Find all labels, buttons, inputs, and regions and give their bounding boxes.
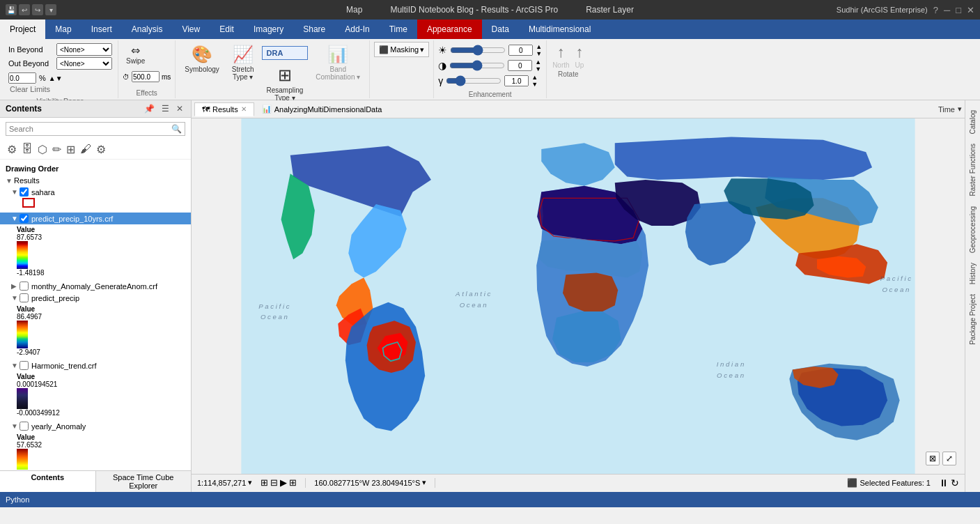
- harmonic-checkbox[interactable]: [20, 361, 29, 370]
- nav-btn-3[interactable]: ▶: [280, 477, 287, 488]
- monthy-anomaly-expand-icon[interactable]: ▶: [11, 282, 20, 290]
- gamma-input[interactable]: [504, 75, 529, 86]
- contents-tab-contents[interactable]: Contents: [0, 471, 96, 492]
- predict-precip-checkbox[interactable]: [20, 293, 29, 302]
- tab-addin[interactable]: Add-In: [335, 20, 379, 39]
- contrast-input[interactable]: [508, 60, 532, 71]
- results-group: ▼ Results ▼ sahara ▼ predict_precip_10yr…: [0, 175, 191, 470]
- tab-edit[interactable]: Edit: [210, 20, 244, 39]
- out-beyond-select[interactable]: <None>: [56, 57, 112, 70]
- monthy-anomaly-item[interactable]: ▶ monthy_Anomaly_GenerateAnom.crf: [0, 280, 191, 292]
- tab-map[interactable]: Map: [45, 20, 81, 39]
- tab-data[interactable]: Data: [482, 20, 519, 39]
- nav-btn-1[interactable]: ⊞: [260, 477, 268, 488]
- sahara-layer-item[interactable]: ▼ sahara: [0, 186, 191, 198]
- predict-precip-10yrs-item[interactable]: ▼ predict_precip_10yrs.crf: [0, 213, 191, 224]
- nav-btn-4[interactable]: ⊞: [289, 477, 297, 488]
- close-btn[interactable]: ✕: [967, 5, 974, 15]
- database-tool-btn[interactable]: 🗄: [20, 141, 34, 157]
- yearly-anomaly-expand-icon[interactable]: ▼: [11, 422, 20, 430]
- toolbar-icon-4[interactable]: ▾: [45, 4, 56, 15]
- brightness-slider[interactable]: [450, 47, 506, 53]
- predict-10yrs-checkbox[interactable]: [20, 214, 29, 223]
- help-btn[interactable]: ?: [933, 5, 938, 15]
- percent-input[interactable]: [8, 72, 36, 84]
- monthy-anomaly-checkbox[interactable]: [20, 282, 29, 291]
- paint-tool-btn[interactable]: 🖌: [79, 141, 93, 157]
- contents-tab-spacetimecube[interactable]: Space Time Cube Explorer: [96, 471, 192, 492]
- panel-menu-btn[interactable]: ☰: [160, 103, 171, 114]
- swipe-label: Swipe: [126, 57, 145, 65]
- polygon-tool-btn[interactable]: ⬡: [36, 141, 49, 157]
- toolbar-icon-2[interactable]: ↩: [19, 4, 30, 15]
- resampling-btn[interactable]: ⊞ ResamplingType ▾: [262, 63, 309, 105]
- predict-10yrs-expand-icon[interactable]: ▼: [11, 215, 20, 222]
- tab-time[interactable]: Time: [380, 20, 417, 39]
- maximize-btn[interactable]: □: [956, 5, 961, 15]
- results-expand-icon[interactable]: ▼: [6, 177, 14, 185]
- dra-btn[interactable]: DRA: [262, 46, 309, 60]
- refresh-btn[interactable]: ↻: [951, 477, 959, 488]
- filter-tool-btn[interactable]: ⚙: [6, 141, 18, 157]
- harmonic-trend-item[interactable]: ▼ Harmonic_trend.crf: [0, 360, 191, 371]
- brightness-input[interactable]: [508, 45, 533, 56]
- minimize-btn[interactable]: ─: [944, 5, 950, 15]
- nav-btn-2[interactable]: ⊟: [270, 477, 278, 488]
- tab-view[interactable]: View: [172, 20, 210, 39]
- harmonic-expand-icon[interactable]: ▼: [11, 362, 20, 369]
- yearly-anomaly-legend: Value 57.6532: [0, 432, 191, 470]
- stretch-icon: 📈: [233, 45, 254, 64]
- gear-tool-btn[interactable]: ⚙: [95, 141, 107, 157]
- map-canvas[interactable]: Atlantic Ocean Pacific Ocean Pacific Oce…: [192, 118, 965, 474]
- map-tab-results[interactable]: 🗺 Results ✕: [194, 102, 254, 116]
- pause-btn[interactable]: ⏸: [939, 477, 949, 488]
- toolbar-icon-3[interactable]: ↪: [32, 4, 43, 15]
- swipe-btn[interactable]: ⇔ Swipe: [123, 42, 148, 67]
- search-input[interactable]: [9, 125, 171, 133]
- results-group-item[interactable]: ▼ Results: [0, 175, 191, 186]
- gamma-slider[interactable]: [446, 78, 501, 84]
- sidebar-package-project[interactable]: Package Project: [967, 290, 978, 349]
- coordinates-dropdown[interactable]: ▾: [422, 478, 426, 487]
- sidebar-raster-functions[interactable]: Raster Functions: [967, 139, 978, 201]
- zoom-extent-btn[interactable]: ⊠: [926, 452, 940, 465]
- stretch-type-btn[interactable]: 📈 StretchType ▾: [227, 42, 259, 88]
- map-tab-results-close[interactable]: ✕: [241, 105, 247, 113]
- yearly-anomaly-item[interactable]: ▼ yearly_Anomaly: [0, 420, 191, 432]
- sahara-checkbox[interactable]: [20, 187, 29, 196]
- toolbar-icon-1[interactable]: 💾: [6, 4, 17, 15]
- tab-multidimensional[interactable]: Multidimensional: [519, 20, 600, 39]
- map-tab-analyzing[interactable]: 📊 AnalyzingMultiDimensionalData: [254, 102, 390, 116]
- brightness-spinners[interactable]: ▲▼: [536, 43, 542, 57]
- close-panel-btn[interactable]: ✕: [174, 103, 185, 114]
- tab-analysis[interactable]: Analysis: [122, 20, 173, 39]
- in-beyond-select[interactable]: <None>: [56, 43, 112, 56]
- time-control[interactable]: Time ▾: [938, 105, 962, 114]
- predict-precip-expand-icon[interactable]: ▼: [11, 294, 20, 302]
- pin-btn[interactable]: 📌: [142, 103, 157, 114]
- predict-precip-item[interactable]: ▼ predict_precip: [0, 292, 191, 304]
- sidebar-history[interactable]: History: [967, 259, 978, 288]
- clear-limits-btn[interactable]: Clear Limits: [8, 84, 112, 95]
- band-combination-btn[interactable]: 📊 BandCombination ▾: [311, 42, 365, 88]
- grid-tool-btn[interactable]: ⊞: [65, 141, 77, 157]
- tab-insert[interactable]: Insert: [81, 20, 122, 39]
- sahara-expand-icon[interactable]: ▼: [11, 188, 20, 196]
- scale-dropdown[interactable]: ▾: [248, 478, 252, 487]
- symbology-btn[interactable]: 🎨 Symbology: [180, 42, 224, 88]
- expand-map-btn[interactable]: ⤢: [942, 452, 956, 465]
- sidebar-geoprocessing[interactable]: Geoprocessing: [967, 202, 978, 257]
- contrast-slider[interactable]: [449, 63, 505, 68]
- yearly-anomaly-checkbox[interactable]: [20, 422, 29, 431]
- tab-imagery[interactable]: Imagery: [244, 20, 293, 39]
- tab-appearance[interactable]: Appearance: [417, 20, 482, 39]
- contrast-spinners[interactable]: ▲▼: [535, 59, 541, 72]
- gamma-spinners[interactable]: ▲▼: [531, 74, 538, 88]
- masking-btn[interactable]: ⬛ Masking ▾: [374, 42, 429, 57]
- percent-spinner[interactable]: ▲▼: [49, 75, 63, 82]
- tab-project[interactable]: Project: [0, 20, 45, 39]
- time-input[interactable]: [132, 71, 160, 82]
- pencil-tool-btn[interactable]: ✏: [51, 141, 63, 157]
- tab-share[interactable]: Share: [293, 20, 335, 39]
- sidebar-catalog[interactable]: Catalog: [967, 106, 978, 138]
